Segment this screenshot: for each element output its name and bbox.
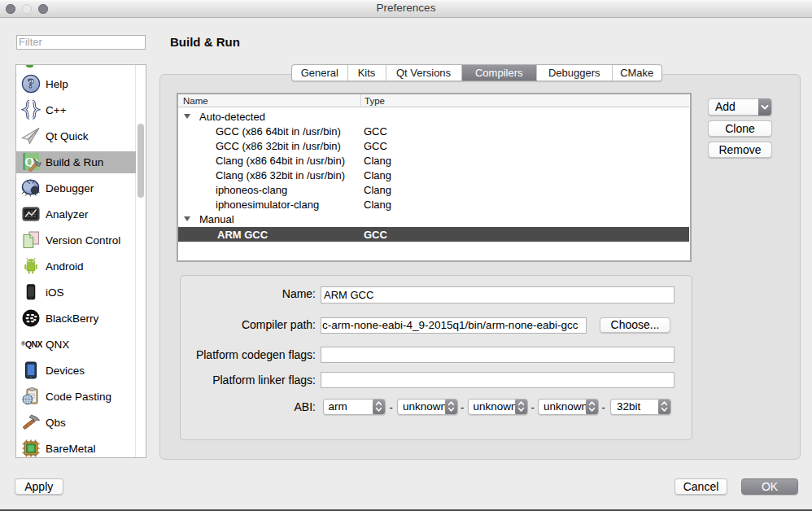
- svg-text:QNX: QNX: [25, 339, 42, 349]
- svg-text:?: ?: [28, 76, 35, 91]
